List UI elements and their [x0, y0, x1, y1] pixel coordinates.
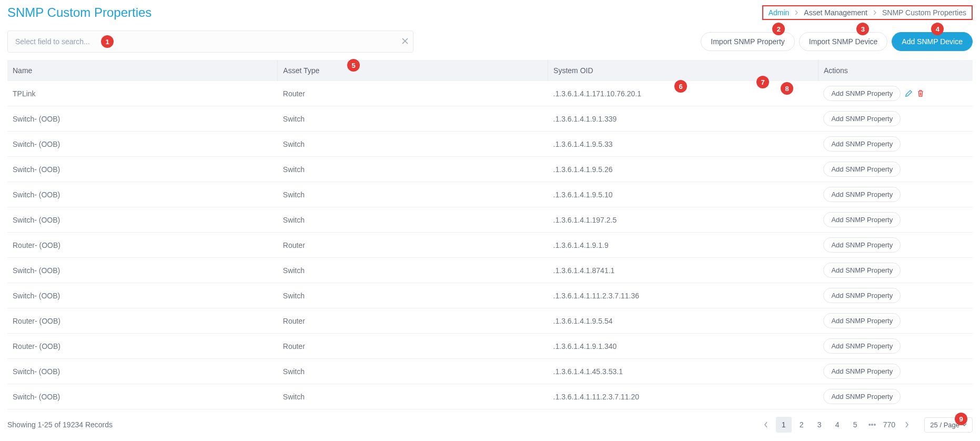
cell-actions: Add SNMP Property	[818, 157, 973, 182]
cell-system-oid: .1.3.6.1.4.1.9.5.26	[548, 157, 819, 182]
page-5-button[interactable]: 5	[847, 417, 863, 433]
table-row[interactable]: Switch- (OOB)Switch.1.3.6.1.4.1.11.2.3.7…	[7, 384, 973, 409]
cell-asset-type: Switch	[278, 106, 548, 132]
breadcrumb-current: SNMP Custom Properties	[882, 8, 966, 17]
cell-asset-type: Router	[278, 308, 548, 334]
page-prev-button[interactable]	[758, 417, 774, 433]
col-actions-header: Actions	[818, 60, 973, 81]
table-row[interactable]: Switch- (OOB)Switch.1.3.6.1.4.1.9.1.339A…	[7, 106, 973, 132]
cell-system-oid: .1.3.6.1.4.1.11.2.3.7.11.20	[548, 384, 819, 409]
page-next-button[interactable]	[899, 417, 915, 433]
col-name-header[interactable]: Name	[7, 60, 278, 81]
add-snmp-property-button[interactable]: Add SNMP Property	[823, 187, 901, 202]
cell-system-oid: .1.3.6.1.4.1.45.3.53.1	[548, 359, 819, 384]
breadcrumb-admin[interactable]: Admin	[769, 8, 790, 17]
add-snmp-property-button[interactable]: Add SNMP Property	[823, 338, 901, 354]
annotation-marker: 6	[674, 80, 687, 93]
cell-actions: Add SNMP Property	[818, 334, 973, 359]
edit-icon[interactable]	[905, 89, 913, 97]
table-row[interactable]: Router- (OOB)Router.1.3.6.1.4.1.9.1.9Add…	[7, 233, 973, 258]
cell-system-oid: .1.3.6.1.4.1.9.1.340	[548, 334, 819, 359]
cell-name: Switch- (OOB)	[7, 384, 278, 409]
table-row[interactable]: Switch- (OOB)Switch.1.3.6.1.4.1.197.2.5A…	[7, 207, 973, 233]
cell-asset-type: Switch	[278, 283, 548, 308]
col-asset-type-header[interactable]: Asset Type	[278, 60, 548, 81]
cell-asset-type: Switch	[278, 258, 548, 283]
cell-actions: Add SNMP Property	[818, 308, 973, 334]
cell-actions: Add SNMP Property	[818, 359, 973, 384]
cell-actions: Add SNMP Property	[818, 207, 973, 233]
cell-name: Switch- (OOB)	[7, 258, 278, 283]
cell-actions: Add SNMP Property	[818, 258, 973, 283]
table-row[interactable]: Switch- (OOB)Switch.1.3.6.1.4.1.9.5.33Ad…	[7, 132, 973, 157]
table-row[interactable]: Switch- (OOB)Switch.1.3.6.1.4.1.8741.1Ad…	[7, 258, 973, 283]
cell-asset-type: Router	[278, 334, 548, 359]
table-row[interactable]: Router- (OOB)Router.1.3.6.1.4.1.9.1.340A…	[7, 334, 973, 359]
table-row[interactable]: Router- (OOB)Router.1.3.6.1.4.1.9.5.54Ad…	[7, 308, 973, 334]
add-snmp-property-button[interactable]: Add SNMP Property	[823, 237, 901, 253]
page-2-button[interactable]: 2	[794, 417, 810, 433]
add-snmp-property-button[interactable]: Add SNMP Property	[823, 364, 901, 379]
cell-asset-type: Switch	[278, 207, 548, 233]
toolbar-actions: Import SNMP Property Import SNMP Device …	[701, 32, 973, 51]
cell-name: Switch- (OOB)	[7, 359, 278, 384]
cell-name: Switch- (OOB)	[7, 207, 278, 233]
page-ellipsis[interactable]: •••	[865, 420, 880, 429]
records-info: Showing 1-25 of 19234 Records	[7, 420, 113, 429]
cell-system-oid: .1.3.6.1.4.1.9.5.10	[548, 182, 819, 207]
cell-system-oid: .1.3.6.1.4.1.9.1.9	[548, 233, 819, 258]
cell-actions: Add SNMP Property	[818, 283, 973, 308]
add-snmp-property-button[interactable]: Add SNMP Property	[823, 136, 901, 152]
delete-icon[interactable]	[917, 89, 924, 97]
clear-icon[interactable]	[402, 37, 408, 46]
snmp-properties-table: Name Asset Type System OID Actions TPLin…	[7, 60, 973, 409]
search-input[interactable]	[7, 31, 413, 53]
cell-system-oid: .1.3.6.1.4.1.9.5.54	[548, 308, 819, 334]
chevron-right-icon	[873, 8, 877, 17]
cell-name: Switch- (OOB)	[7, 106, 278, 132]
cell-system-oid: .1.3.6.1.4.1.11.2.3.7.11.36	[548, 283, 819, 308]
add-snmp-property-button[interactable]: Add SNMP Property	[823, 288, 901, 303]
cell-name: Switch- (OOB)	[7, 182, 278, 207]
table-row[interactable]: Switch- (OOB)Switch.1.3.6.1.4.1.45.3.53.…	[7, 359, 973, 384]
cell-actions: Add SNMP Property	[818, 132, 973, 157]
annotation-marker: 1	[101, 35, 114, 48]
add-snmp-property-button[interactable]: Add SNMP Property	[823, 389, 901, 404]
breadcrumb: Admin Asset Management SNMP Custom Prope…	[762, 5, 973, 20]
page-3-button[interactable]: 3	[812, 417, 827, 433]
cell-asset-type: Switch	[278, 384, 548, 409]
cell-name: Router- (OOB)	[7, 334, 278, 359]
cell-asset-type: Switch	[278, 182, 548, 207]
page-1-button[interactable]: 1	[776, 417, 792, 433]
table-row[interactable]: TPLinkRouter.1.3.6.1.4.1.171.10.76.20.1A…	[7, 81, 973, 106]
annotation-marker: 5	[347, 59, 360, 72]
add-snmp-property-button[interactable]: Add SNMP Property	[823, 263, 901, 278]
page-4-button[interactable]: 4	[830, 417, 845, 433]
table-row[interactable]: Switch- (OOB)Switch.1.3.6.1.4.1.11.2.3.7…	[7, 283, 973, 308]
cell-name: TPLink	[7, 81, 278, 106]
page-last-button[interactable]: 770	[881, 417, 897, 433]
cell-actions: Add SNMP Property	[818, 106, 973, 132]
search-field-wrap: 1	[7, 31, 413, 53]
cell-asset-type: Router	[278, 81, 548, 106]
breadcrumb-asset-management[interactable]: Asset Management	[804, 8, 867, 17]
cell-system-oid: .1.3.6.1.4.1.9.5.33	[548, 132, 819, 157]
add-snmp-property-button[interactable]: Add SNMP Property	[823, 86, 901, 101]
cell-name: Switch- (OOB)	[7, 283, 278, 308]
cell-system-oid: .1.3.6.1.4.1.8741.1	[548, 258, 819, 283]
table-row[interactable]: Switch- (OOB)Switch.1.3.6.1.4.1.9.5.10Ad…	[7, 182, 973, 207]
import-snmp-device-button[interactable]: Import SNMP Device	[799, 32, 887, 51]
table-row[interactable]: Switch- (OOB)Switch.1.3.6.1.4.1.9.5.26Ad…	[7, 157, 973, 182]
import-snmp-property-button[interactable]: Import SNMP Property	[701, 32, 795, 51]
col-system-oid-header[interactable]: System OID	[548, 60, 819, 81]
cell-name: Switch- (OOB)	[7, 132, 278, 157]
cell-actions: Add SNMP Property	[818, 81, 973, 106]
add-snmp-property-button[interactable]: Add SNMP Property	[823, 212, 901, 227]
add-snmp-property-button[interactable]: Add SNMP Property	[823, 111, 901, 126]
cell-name: Router- (OOB)	[7, 233, 278, 258]
add-snmp-property-button[interactable]: Add SNMP Property	[823, 162, 901, 177]
add-snmp-device-button[interactable]: Add SNMP Device	[892, 32, 973, 51]
table-header-row: Name Asset Type System OID Actions	[7, 60, 973, 81]
cell-actions: Add SNMP Property	[818, 233, 973, 258]
add-snmp-property-button[interactable]: Add SNMP Property	[823, 313, 901, 328]
